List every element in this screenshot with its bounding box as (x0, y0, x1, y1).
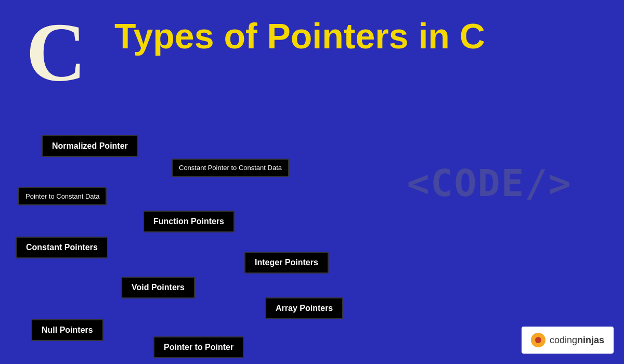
code-watermark: <CODE/> (407, 161, 572, 205)
tag-pointer-to-pointer: Pointer to Pointer (153, 336, 244, 358)
coding-ninjas-icon (531, 333, 545, 347)
logo-ninjas: ninjas (577, 335, 604, 345)
tag-array-pointers: Array Pointers (265, 297, 343, 319)
c-letter: C (26, 10, 86, 94)
tag-function-pointers: Function Pointers (143, 211, 235, 232)
tag-normalized-pointer: Normalized Pointer (42, 135, 138, 157)
tag-constant-pointer-to-constant-data: Constant Pointer to Constant Data (172, 159, 289, 177)
tag-integer-pointers: Integer Pointers (244, 252, 329, 274)
tag-null-pointers: Null Pointers (31, 319, 103, 341)
tag-constant-pointers: Constant Pointers (16, 237, 108, 258)
tag-void-pointers: Void Pointers (121, 277, 195, 298)
logo-coding: coding (550, 335, 577, 345)
coding-ninjas-logo: codingninjas (522, 327, 614, 354)
background: C Types of Pointers in C <CODE/> Normali… (0, 0, 624, 364)
coding-ninjas-text: codingninjas (550, 335, 604, 346)
tag-pointer-to-constant-data: Pointer to Constant Data (18, 187, 107, 205)
page-title: Types of Pointers in C (114, 16, 485, 56)
